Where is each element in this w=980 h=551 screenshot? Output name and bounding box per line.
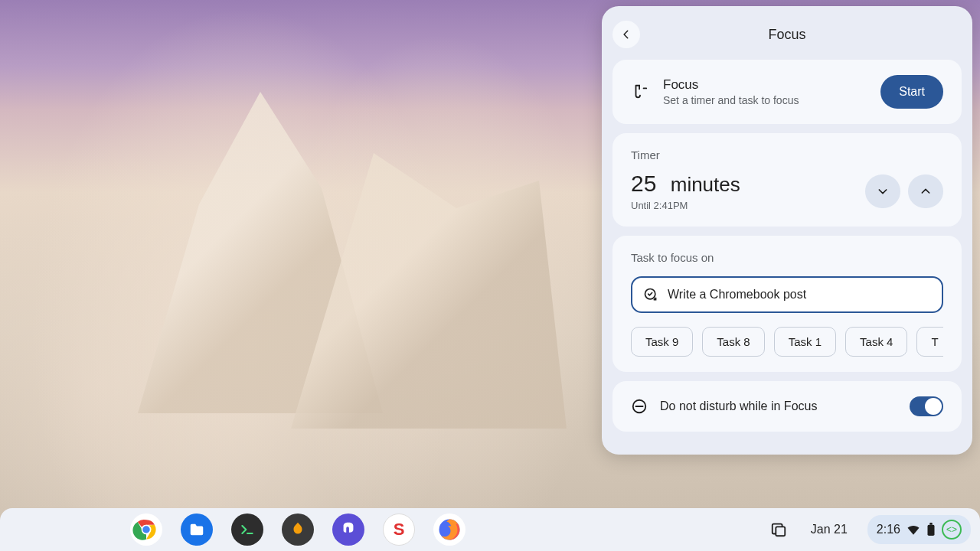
app-firefox[interactable] (433, 514, 466, 546)
dev-mode-icon: <> (942, 520, 962, 540)
task-chips: Task 9 Task 8 Task 1 Task 4 T (631, 327, 943, 357)
toggle-knob (925, 398, 942, 415)
timer-value: 25 (631, 171, 656, 196)
timer-until: Until 2:41PM (631, 200, 740, 211)
shelf-date[interactable]: Jan 21 (802, 518, 857, 541)
focus-panel: Focus Focus Set a timer and task to focu… (602, 6, 972, 455)
focus-icon (631, 83, 649, 101)
overview-button[interactable] (766, 517, 791, 542)
shelf-time: 2:16 (877, 523, 900, 536)
timer-decrease-button[interactable] (865, 174, 900, 208)
app-scratch[interactable] (282, 514, 314, 546)
chevron-left-icon (621, 29, 632, 40)
dnd-label: Do not disturb while in Focus (660, 399, 817, 413)
task-chip[interactable]: Task 8 (702, 327, 764, 357)
battery-icon (926, 523, 936, 536)
task-chip[interactable]: Task 4 (845, 327, 907, 357)
chevron-up-icon (920, 185, 932, 197)
app-s[interactable]: S (383, 514, 415, 546)
timer-increase-button[interactable] (908, 174, 943, 208)
start-button[interactable]: Start (880, 75, 943, 109)
focus-title: Focus (663, 77, 867, 93)
task-input-wrap[interactable] (631, 276, 943, 313)
dnd-card: Do not disturb while in Focus (612, 381, 962, 432)
task-chip[interactable]: Task 1 (774, 327, 836, 357)
task-chip[interactable]: T (916, 327, 943, 357)
task-add-icon (643, 287, 658, 302)
app-chrome[interactable] (130, 514, 162, 546)
panel-title: Focus (612, 27, 962, 43)
timer-card: Timer 25 minutes Until 2:41PM (612, 133, 962, 227)
task-label: Task to focus on (631, 251, 943, 264)
focus-subtitle: Set a timer and task to focus (663, 94, 867, 106)
wifi-icon (906, 524, 920, 535)
overview-icon (770, 521, 787, 538)
dnd-toggle[interactable] (910, 396, 943, 416)
back-button[interactable] (612, 21, 640, 48)
dnd-icon (631, 398, 648, 415)
task-card: Task to focus on Task 9 Task 8 Task 1 Ta… (612, 236, 962, 372)
app-terminal[interactable] (231, 514, 263, 546)
timer-stepper (865, 174, 943, 208)
focus-start-card: Focus Set a timer and task to focus Star… (612, 60, 962, 124)
status-tray[interactable]: 2:16 <> (867, 515, 971, 544)
svg-rect-8 (776, 527, 785, 536)
shelf: S Jan 21 2:16 <> (0, 508, 980, 551)
svg-rect-10 (929, 523, 933, 525)
app-mastodon[interactable] (332, 514, 364, 546)
app-files[interactable] (181, 514, 213, 546)
shelf-apps: S (130, 514, 466, 546)
timer-label: Timer (631, 148, 943, 161)
chevron-down-icon (877, 185, 889, 197)
letter-s-icon: S (394, 520, 405, 540)
task-input[interactable] (668, 288, 931, 302)
svg-rect-9 (928, 525, 935, 536)
timer-unit: minutes (671, 173, 740, 196)
task-chip[interactable]: Task 9 (631, 327, 693, 357)
